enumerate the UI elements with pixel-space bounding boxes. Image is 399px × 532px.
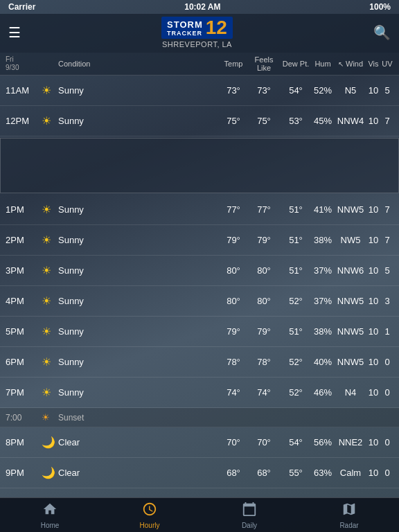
row-dew: 52° (281, 296, 310, 306)
row-time: 3PM (6, 265, 42, 276)
row-visibility: 10 (366, 265, 381, 276)
row-condition: Sunny (58, 387, 220, 398)
row-dew: 51° (281, 265, 310, 276)
row-time: 5PM (6, 326, 42, 337)
logo-text: STORM TRACKER (167, 19, 203, 37)
moon-icon: 🌙 (42, 467, 55, 479)
menu-button[interactable]: ☰ (8, 24, 21, 41)
row-temp: 79° (220, 326, 247, 337)
location-label: SHREVEPORT, LA (162, 40, 232, 48)
tab-daily[interactable]: Daily (200, 498, 299, 532)
row-uv: 1 (381, 326, 393, 337)
row-wind: N4 (335, 387, 366, 398)
status-bar: Carrier 10:02 AM 100% (0, 0, 399, 14)
sunny-icon: ☀ (42, 265, 51, 276)
row-humidity: 37% (310, 265, 335, 276)
date-930: 9/30 (6, 64, 42, 72)
sunny-icon: ☀ (42, 387, 51, 398)
row-time: 8PM (6, 437, 42, 447)
row-visibility: 10 (366, 204, 381, 215)
tab-home[interactable]: Home (0, 498, 100, 532)
sunset-icon: ☀ (42, 412, 58, 423)
row-condition-icon: ☀ (42, 233, 58, 247)
row-uv: 5 (381, 85, 393, 96)
row-wind: NNW5 (335, 357, 366, 367)
row-visibility: 10 (366, 326, 381, 337)
row-humidity: 38% (310, 235, 335, 245)
row-temp: 78° (220, 357, 247, 367)
row-condition: Sunny (58, 235, 220, 245)
sunset-time: 7:00 (6, 413, 42, 423)
row-uv: 7 (381, 116, 393, 126)
row-condition-icon: 🌙 (42, 436, 58, 449)
hum-column-header: Hum (310, 60, 335, 68)
row-dew: 53° (281, 116, 310, 126)
row-temp: 68° (220, 468, 247, 478)
row-feels: 79° (247, 326, 281, 337)
row-humidity: 56% (310, 437, 335, 447)
tab-hourly[interactable]: Hourly (100, 498, 200, 532)
row-condition-icon: ☀ (42, 84, 58, 97)
radar-tab-icon (342, 502, 357, 520)
row-condition: Sunny (58, 357, 220, 367)
row-condition-icon: ☀ (42, 294, 58, 308)
tab-radar[interactable]: Radar (299, 498, 399, 532)
weather-row: 5PM ☀ Sunny 79° 79° 51° 38% NNW5 10 1 (0, 317, 399, 347)
hourly-tab-icon (142, 502, 157, 520)
row-wind: NNW4 (335, 116, 366, 126)
row-condition: Clear (58, 468, 220, 478)
weather-row: 9PM 🌙 Clear 68° 68° 55° 63% Calm 10 0 (0, 458, 399, 488)
row-temp: 80° (220, 265, 247, 276)
row-temp: 74° (220, 387, 247, 398)
row-feels: 80° (247, 296, 281, 306)
sunny-icon: ☀ (42, 326, 51, 337)
row-time: 6PM (6, 357, 42, 367)
row-dew: 54° (281, 85, 310, 96)
row-visibility: 10 (366, 235, 381, 245)
weather-row: 1PM ☀ Sunny 77° 77° 51° 41% NNW5 10 7 (0, 195, 399, 225)
row-dew: 51° (281, 204, 310, 215)
row-humidity: 37% (310, 296, 335, 306)
row-temp: 79° (220, 235, 247, 245)
weather-row: 2PM ☀ Sunny 79° 79° 51° 38% NW5 10 7 (0, 225, 399, 256)
row-wind: NW5 (335, 235, 366, 245)
row-condition-icon: ☀ (42, 203, 58, 216)
row-visibility: 10 (366, 387, 381, 398)
sunny-icon: ☀ (42, 356, 51, 368)
row-condition: Sunny (58, 204, 220, 215)
sunset-row: 7:00 ☀ Sunset (0, 408, 399, 427)
row-time: 2PM (6, 235, 42, 245)
moon-icon: 🌙 (42, 436, 55, 448)
date-column-header: Fri 9/30 (6, 55, 42, 72)
search-button[interactable]: 🔍 (373, 24, 391, 41)
daily-tab-label: Daily (242, 522, 257, 529)
row-humidity: 38% (310, 326, 335, 337)
row-condition: Sunny (58, 326, 220, 337)
row-uv: 0 (381, 468, 393, 478)
row-dew: 55° (281, 468, 310, 478)
row-humidity: 40% (310, 357, 335, 367)
row-visibility: 10 (366, 85, 381, 96)
radar-tab-label: Radar (339, 522, 358, 529)
column-headers: Fri 9/30 Condition Temp Feels Like Dew P… (0, 53, 399, 76)
row-dew: 52° (281, 387, 310, 398)
row-time: 12PM (6, 116, 42, 126)
row-condition-icon: 🌙 (42, 466, 58, 479)
sunny-icon: ☀ (42, 234, 51, 246)
row-time: 7PM (6, 387, 42, 398)
row-dew: 54° (281, 437, 310, 447)
weather-row: 4PM ☀ Sunny 80° 80° 52° 37% NNW5 10 3 (0, 286, 399, 317)
sunny-icon: ☀ (42, 85, 51, 96)
row-condition-icon: ☀ (42, 114, 58, 127)
row-humidity: 41% (310, 204, 335, 215)
sunny-icon: ☀ (42, 115, 51, 127)
uv-column-header: UV (381, 60, 393, 68)
carrier-label: Carrier (8, 2, 35, 12)
row-time: 1PM (6, 204, 42, 215)
row-wind: NNW5 (335, 204, 366, 215)
hourly-tab-label: Hourly (140, 522, 160, 529)
row-temp: 75° (220, 116, 247, 126)
weather-row: 12PM ☀ Sunny 75° 75° 53° 45% NNW4 10 7 (0, 106, 399, 136)
app-header: ☰ STORM TRACKER 12 SHREVEPORT, LA 🔍 (0, 14, 399, 53)
row-condition: Sunny (58, 85, 220, 96)
